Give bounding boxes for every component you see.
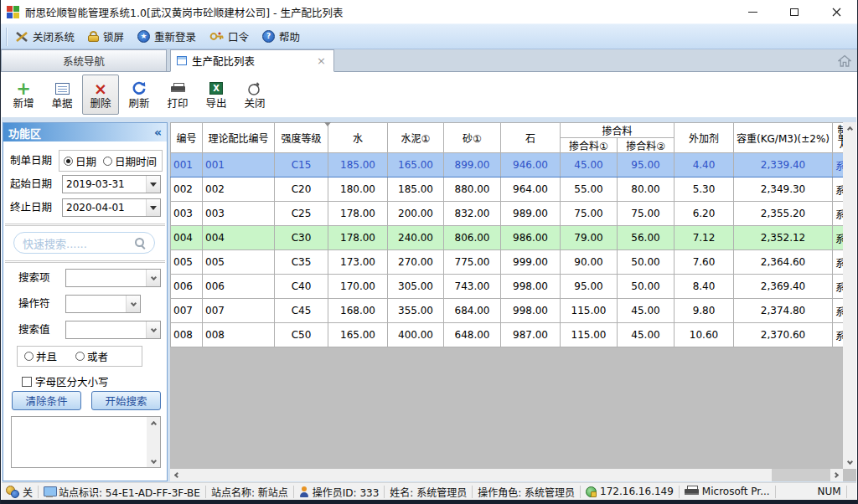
search-value-dropdown[interactable]	[146, 321, 160, 338]
col-header-admixture2[interactable]: 掺合料②	[618, 138, 675, 153]
main-toolbar: 关闭系统 锁屏 ★ 重新登录 口令 ? 帮助	[1, 23, 857, 49]
start-search-button[interactable]: 开始搜索	[91, 391, 161, 410]
operator-combo[interactable]	[65, 295, 141, 313]
export-button[interactable]: X 导出	[198, 75, 235, 115]
radio-and[interactable]: 并且	[24, 348, 57, 364]
close-tab-button[interactable]: 关闭	[236, 75, 273, 115]
maximize-button[interactable]	[773, 0, 815, 23]
table-cell: 80.00	[618, 177, 675, 202]
search-item-combo[interactable]	[65, 269, 161, 287]
table-cell: 173.00	[328, 250, 388, 275]
col-header-id[interactable]: 编号	[171, 123, 203, 153]
status-operator-id: 操作员ID: 333	[299, 485, 380, 499]
tab-production-ratio-list[interactable]: 生产配比列表 ×	[170, 49, 334, 72]
radio-datetime[interactable]: 日期时间	[103, 153, 157, 169]
print-label: 打印	[167, 99, 188, 110]
vertical-scrollbar[interactable]	[843, 122, 856, 469]
password-button[interactable]: 口令	[209, 28, 249, 44]
table-cell: 4.40	[675, 153, 734, 177]
memo-scrollbar[interactable]	[147, 417, 160, 467]
table-cell: 001	[203, 153, 275, 177]
start-date-dropdown[interactable]	[146, 176, 160, 193]
add-label: 新增	[13, 99, 34, 110]
separator	[472, 486, 473, 498]
col-header-stone[interactable]: 石	[501, 123, 561, 153]
close-button[interactable]	[815, 0, 857, 23]
table-cell: 170.00	[328, 275, 388, 299]
minimize-button[interactable]	[731, 0, 773, 23]
clear-conditions-button[interactable]: 清除条件	[12, 391, 81, 410]
col-header-sand[interactable]: 砂①	[444, 123, 501, 153]
tab-system-nav[interactable]: 系统导航	[1, 49, 167, 71]
quick-search-placeholder: 快速搜索......	[23, 235, 87, 251]
table-cell: 004	[203, 226, 275, 250]
table-cell: 系	[833, 275, 843, 299]
col-header-density[interactable]: 容重(KG/M3)(±2%)	[734, 123, 833, 153]
col-header-admixture1[interactable]: 掺合料①	[561, 138, 618, 153]
table-row-002[interactable]: 002002C20180.00185.00880.00964.0055.0080…	[171, 177, 844, 202]
start-date-combo[interactable]: 2019-03-31	[62, 175, 161, 193]
end-date-value: 2020-04-01	[63, 199, 146, 216]
titlebar: 耐思砼顺智能管理系统1.0[武汉黄岗市砼顺建材公司] - 生产配比列表	[1, 0, 857, 23]
scrollbar-thumb[interactable]	[772, 469, 833, 481]
col-header-water[interactable]: 水	[328, 123, 388, 153]
table-row-005[interactable]: 005005C35173.00270.00775.00999.0090.0050…	[171, 250, 844, 275]
scroll-down-button[interactable]	[147, 455, 160, 467]
chevron-up-icon	[846, 126, 852, 132]
close-icon	[832, 8, 841, 17]
window-bottom-edge	[1, 500, 857, 504]
horizontal-scrollbar[interactable]	[170, 469, 843, 481]
case-sensitive-checkbox[interactable]: 字母区分大小写	[22, 373, 109, 389]
table-row-008[interactable]: 008008C50165.00400.00648.00987.00115.004…	[171, 323, 844, 347]
quick-search-input[interactable]: 快速搜索......	[13, 232, 155, 254]
start-date-value: 2019-03-31	[63, 176, 146, 193]
end-date-combo[interactable]: 2020-04-01	[62, 198, 161, 217]
scroll-left-button[interactable]	[170, 469, 183, 481]
table-cell: 006	[203, 275, 275, 299]
print-button[interactable]: 打印	[159, 75, 196, 115]
home-icon[interactable]	[838, 54, 851, 67]
scroll-right-button[interactable]	[830, 469, 843, 481]
search-value-combo[interactable]	[65, 321, 161, 339]
lock-screen-button[interactable]: 锁屏	[88, 28, 124, 44]
radio-or[interactable]: 或者	[75, 348, 108, 364]
radio-and-label: 并且	[36, 348, 57, 364]
scroll-down-button[interactable]	[843, 456, 856, 469]
relogin-label: 重新登录	[154, 28, 196, 44]
password-label: 口令	[228, 28, 249, 44]
close-system-button[interactable]: 关闭系统	[15, 28, 75, 44]
scroll-up-button[interactable]	[843, 122, 856, 135]
table-cell: C40	[275, 275, 328, 299]
lock-icon	[88, 31, 99, 42]
col-header-theory-ratio-id[interactable]: 理论配比编号	[203, 123, 275, 153]
end-date-dropdown[interactable]	[146, 199, 160, 216]
col-header-admixture-group[interactable]: 掺合料	[561, 123, 675, 138]
table-cell: 946.00	[501, 153, 561, 177]
relogin-button[interactable]: ★ 重新登录	[137, 28, 196, 44]
lock-screen-label: 锁屏	[103, 28, 124, 44]
table-row-003[interactable]: 003003C25178.00200.00832.00989.0075.0075…	[171, 202, 844, 226]
table-row-004[interactable]: 004004C30178.00240.00806.00986.0079.0056…	[171, 226, 844, 250]
table-row-001[interactable]: 001001C15185.00165.00899.00946.0045.0095…	[171, 153, 844, 177]
table-cell: C20	[275, 177, 328, 202]
operator-dropdown[interactable]	[126, 296, 140, 312]
document-button[interactable]: 单据	[44, 75, 80, 115]
col-header-creator[interactable]: 制单人	[833, 123, 843, 153]
add-button[interactable]: + 新增	[5, 75, 42, 115]
scroll-up-button[interactable]	[147, 417, 160, 429]
help-button[interactable]: ? 帮助	[262, 28, 300, 44]
col-header-cement[interactable]: 水泥①	[388, 123, 444, 153]
table-row-007[interactable]: 007007C45168.00355.00684.00998.00115.004…	[171, 299, 844, 323]
tab-close-icon[interactable]: ×	[315, 55, 328, 66]
search-conditions-textarea[interactable]	[11, 416, 161, 468]
refresh-button[interactable]: 刷新	[121, 75, 158, 115]
delete-button[interactable]: × 删除	[82, 75, 119, 115]
collapse-panel-button[interactable]: «	[154, 126, 162, 139]
table-row-006[interactable]: 006006C40170.00305.00743.00998.0095.0050…	[171, 275, 844, 299]
separator	[384, 486, 385, 498]
col-header-strength-grade[interactable]: 强度等级	[275, 123, 328, 153]
dropdown-arrow-icon	[150, 206, 157, 213]
radio-date[interactable]: 日期	[64, 153, 96, 169]
search-item-dropdown[interactable]	[146, 270, 160, 286]
col-header-additive[interactable]: 外加剂	[675, 123, 734, 153]
